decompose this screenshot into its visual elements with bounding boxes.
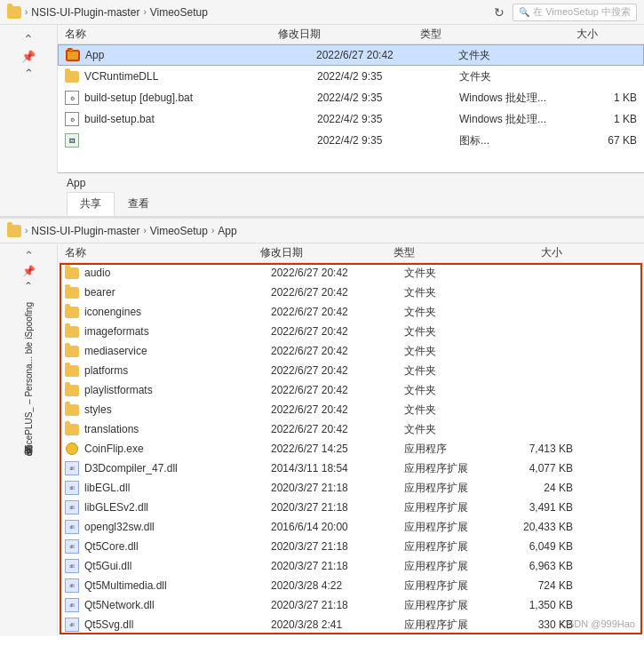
- list-item[interactable]: styles 2022/6/27 20:42 文件夹: [58, 400, 644, 419]
- list-item[interactable]: dll Qt5Core.dll 2020/3/27 21:18 应用程序扩展 6…: [58, 537, 644, 556]
- col-header-name[interactable]: 名称: [65, 27, 278, 42]
- list-item[interactable]: dll Qt5Svg.dll 2020/3/28 2:41 应用程序扩展 330…: [58, 615, 644, 634]
- sidebar-pin-icon[interactable]: 📌: [21, 50, 36, 63]
- file-size: 6,963 KB: [502, 560, 573, 572]
- col-header-type[interactable]: 类型: [420, 27, 527, 42]
- file-type: 应用程序: [404, 442, 502, 457]
- folder-icon: [65, 346, 79, 357]
- file-size: 20,433 KB: [502, 521, 573, 533]
- file-size: 24 KB: [502, 482, 573, 494]
- bottom-file-list: audio 2022/6/27 20:42 文件夹 bearer 2022/6/…: [58, 263, 644, 636]
- file-size: 7,413 KB: [502, 443, 573, 455]
- bottom-sidebar-arrow2[interactable]: ⌃: [24, 280, 33, 292]
- file-date: 2022/6/27 20:42: [271, 345, 404, 357]
- file-row[interactable]: VCRuntimeDLL 2022/4/2 9:35 文件夹: [58, 66, 644, 87]
- bottom-breadcrumb-arrow2: ›: [143, 226, 146, 235]
- img-icon: 🖼: [65, 133, 79, 148]
- list-item[interactable]: audio 2022/6/27 20:42 文件夹: [58, 263, 644, 283]
- col-date-header[interactable]: 修改日期: [260, 245, 394, 260]
- file-date: 2014/3/11 18:54: [271, 462, 404, 475]
- list-item[interactable]: dll Qt5Widgets.dll 2020/3/27 21:18 应用程序扩…: [58, 634, 644, 636]
- col-size-header[interactable]: 大小: [491, 245, 562, 260]
- file-date: 2022/6/27 20:42: [271, 364, 404, 377]
- folder-icon: [65, 287, 79, 299]
- selected-item-label: App: [67, 177, 85, 189]
- file-name: D3Dcompiler_47.dll: [84, 462, 271, 475]
- file-name: translations: [84, 423, 271, 435]
- file-row[interactable]: ⚙ build-setup.bat 2022/4/2 9:35 Windows …: [58, 108, 644, 130]
- list-item[interactable]: dll libGLESv2.dll 2020/3/27 21:18 应用程序扩展…: [58, 498, 644, 517]
- refresh-button[interactable]: ↻: [489, 3, 509, 22]
- file-name: opengl32sw.dll: [84, 521, 271, 533]
- file-name: App: [85, 49, 316, 61]
- file-type: 应用程序扩展: [404, 520, 502, 535]
- bottom-breadcrumb-part3[interactable]: App: [218, 225, 236, 237]
- list-item[interactable]: dll Qt5Multimedia.dll 2020/3/28 4:22 应用程…: [58, 576, 644, 595]
- file-name: build-setup.bat: [84, 113, 317, 125]
- list-item[interactable]: playlistformats 2022/6/27 20:42 文件夹: [58, 380, 644, 400]
- list-item[interactable]: iconengines 2022/6/27 20:42 文件夹: [58, 302, 644, 322]
- folder-selected-icon: [66, 50, 80, 61]
- bottom-breadcrumb-part2[interactable]: VimeoSetup: [150, 225, 208, 237]
- file-name: VCRuntimeDLL: [84, 70, 317, 83]
- dll-icon: dll: [65, 520, 79, 534]
- file-type: 文件夹: [404, 363, 502, 379]
- list-item[interactable]: translations 2022/6/27 20:42 文件夹: [58, 419, 644, 439]
- sidebar-label-officeplus: officePLUS_: [24, 407, 34, 456]
- search-box[interactable]: 🔍 在 VimeoSetup 中搜索: [513, 4, 637, 21]
- folder-icon: [65, 365, 79, 377]
- breadcrumb-arrow2: ›: [143, 7, 146, 17]
- file-name: Qt5Core.dll: [84, 540, 271, 553]
- list-item[interactable]: imageformats 2022/6/27 20:42 文件夹: [58, 322, 644, 341]
- tab-share[interactable]: 共享: [67, 192, 115, 216]
- bottom-sidebar: ⌃ 📌 ⌃ iSpoofing ble – Persona... officeP…: [0, 243, 58, 636]
- file-date: 2020/3/27 21:18: [271, 599, 404, 611]
- file-type: 文件夹: [404, 383, 502, 398]
- file-type: 文件夹: [404, 266, 502, 281]
- list-item[interactable]: dll Qt5Gui.dll 2020/3/27 21:18 应用程序扩展 6,…: [58, 556, 644, 576]
- dll-icon: dll: [65, 578, 79, 593]
- file-type: 文件夹: [404, 403, 502, 418]
- file-date: 2022/4/2 9:35: [317, 92, 459, 104]
- list-item[interactable]: dll opengl32sw.dll 2016/6/14 20:00 应用程序扩…: [58, 517, 644, 537]
- col-header-size[interactable]: 大小: [527, 27, 598, 42]
- list-item[interactable]: platforms 2022/6/27 20:42 文件夹: [58, 361, 644, 380]
- list-item[interactable]: dll D3Dcompiler_47.dll 2014/3/11 18:54 应…: [58, 459, 644, 478]
- file-type: 应用程序扩展: [404, 481, 502, 496]
- folder-icon-bottom: [7, 225, 21, 237]
- file-name: Qt5Multimedia.dll: [84, 579, 271, 592]
- list-item[interactable]: bearer 2022/6/27 20:42 文件夹: [58, 283, 644, 302]
- file-type: 文件夹: [458, 48, 565, 63]
- search-placeholder: 在 VimeoSetup 中搜索: [533, 5, 631, 19]
- file-row[interactable]: 🖼 2022/4/2 9:35 图标... 67 KB: [58, 130, 644, 151]
- file-row[interactable]: App 2022/6/27 20:42 文件夹: [58, 44, 644, 66]
- bottom-sidebar-pin[interactable]: 📌: [22, 265, 36, 277]
- list-item[interactable]: dll Qt5Network.dll 2020/3/27 21:18 应用程序扩…: [58, 595, 644, 615]
- breadcrumb-part2[interactable]: VimeoSetup: [150, 6, 208, 19]
- bottom-sidebar-up[interactable]: ⌃: [24, 249, 34, 262]
- file-date: 2020/3/27 21:18: [271, 501, 404, 514]
- list-item[interactable]: CoinFlip.exe 2022/6/27 14:25 应用程序 7,413 …: [58, 439, 644, 459]
- status-tab-area: App 共享 查看: [0, 173, 644, 217]
- file-type: 应用程序扩展: [404, 598, 502, 613]
- list-item[interactable]: dll libEGL.dll 2020/3/27 21:18 应用程序扩展 24…: [58, 478, 644, 498]
- dll-icon: dll: [65, 500, 79, 514]
- file-type: 文件夹: [404, 422, 502, 437]
- col-header-date[interactable]: 修改日期: [278, 27, 420, 42]
- file-date: 2020/3/27 21:18: [271, 540, 404, 553]
- col-name-header[interactable]: 名称: [65, 245, 260, 260]
- list-item[interactable]: mediaservice 2022/6/27 20:42 文件夹: [58, 341, 644, 361]
- top-file-list: App 2022/6/27 20:42 文件夹 VCRuntimeDLL 202…: [58, 44, 644, 173]
- sidebar-up-arrow[interactable]: ⌃: [23, 32, 34, 46]
- file-name: bearer: [84, 286, 271, 299]
- breadcrumb-part1[interactable]: NSIS-UI-Plugin-master: [31, 6, 139, 19]
- file-name: Qt5Gui.dll: [84, 560, 271, 572]
- folder-icon: [65, 326, 79, 338]
- file-row[interactable]: ⚙ build-setup [debug].bat 2022/4/2 9:35 …: [58, 87, 644, 108]
- tab-view[interactable]: 查看: [115, 192, 163, 216]
- sidebar-arrow2[interactable]: ⌃: [24, 67, 34, 80]
- col-type-header[interactable]: 类型: [394, 245, 491, 260]
- bottom-breadcrumb-part1[interactable]: NSIS-UI-Plugin-master: [31, 225, 139, 237]
- file-type: Windows 批处理...: [459, 112, 566, 127]
- file-type: 应用程序扩展: [404, 461, 502, 476]
